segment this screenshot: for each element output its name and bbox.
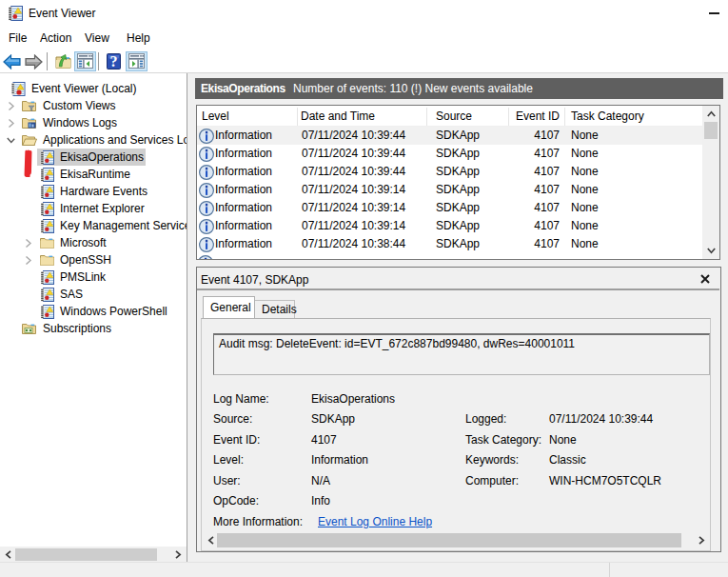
svg-text:?: ? [110,53,118,70]
